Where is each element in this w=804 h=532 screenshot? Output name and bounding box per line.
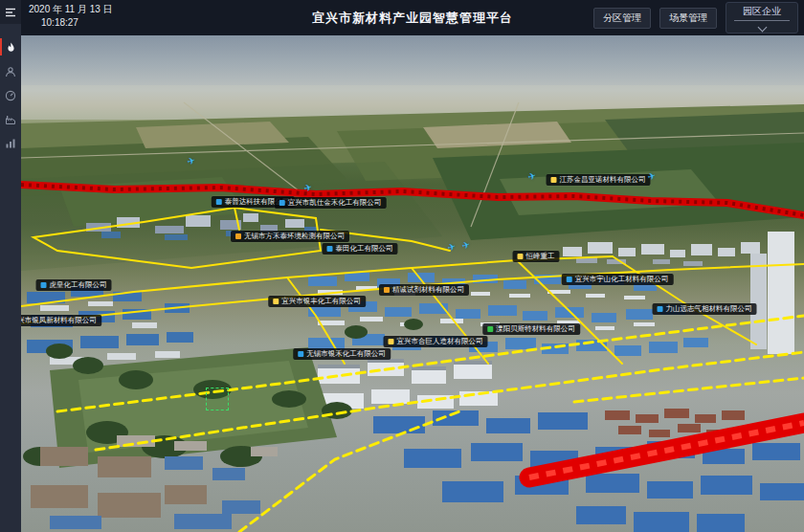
plane-marker-icon[interactable]: ✈ bbox=[186, 154, 196, 166]
company-name: 泰田化工有限公司 bbox=[336, 245, 393, 253]
company-name: 精诚试剂材料有限公司 bbox=[392, 286, 464, 294]
sidebar-item-stats[interactable] bbox=[0, 131, 21, 155]
map-viewport[interactable]: 泰普达科技有限公司宜兴市凯仕金禾化工有限公司无锡市方禾泰环境检测有限公司泰田化工… bbox=[21, 35, 804, 532]
park-enterprise-label: 园区企业 bbox=[734, 5, 790, 21]
zone-management-button[interactable]: 分区管理 bbox=[593, 8, 651, 29]
user-icon bbox=[5, 66, 16, 78]
company-name: 虎皇化工有限公司 bbox=[50, 281, 107, 289]
map-label[interactable]: 溧阳贝斯特材料有限公司 bbox=[482, 323, 580, 335]
menu-icon bbox=[5, 8, 16, 17]
sidebar-item-fire[interactable] bbox=[0, 35, 21, 59]
map-label[interactable]: 恒峰重工 bbox=[513, 251, 560, 262]
sidebar-item-factory[interactable] bbox=[0, 107, 21, 131]
map-label[interactable]: 力山远志气相材料有限公司 bbox=[653, 303, 757, 315]
company-name: 恒峰重工 bbox=[526, 253, 555, 260]
sidebar-item-user[interactable] bbox=[0, 59, 21, 83]
company-marker-icon bbox=[279, 200, 285, 206]
map-label[interactable]: 虎皇化工有限公司 bbox=[36, 279, 112, 291]
company-marker-icon bbox=[235, 233, 241, 239]
flame-icon bbox=[6, 42, 16, 54]
gauge-icon bbox=[5, 90, 16, 101]
company-name: 宜兴市银丰化工有限公司 bbox=[281, 298, 361, 305]
plane-marker-icon[interactable]: ✈ bbox=[526, 169, 537, 182]
menu-toggle[interactable] bbox=[0, 0, 21, 24]
company-marker-icon bbox=[551, 177, 557, 183]
top-bar: 2020 年 11 月 13 日 10:18:27 宜兴市新材料产业园智慧管理平… bbox=[21, 0, 804, 35]
company-marker-icon bbox=[273, 299, 279, 304]
sidebar bbox=[0, 0, 21, 532]
selection-box bbox=[206, 388, 229, 410]
map-label[interactable]: 无锡市银禾化工有限公司 bbox=[293, 348, 391, 360]
company-marker-icon bbox=[487, 326, 493, 332]
sidebar-item-gauge[interactable] bbox=[0, 83, 21, 107]
map-label[interactable]: 江苏金昌亚诺材料有限公司 bbox=[547, 174, 651, 186]
company-marker-icon bbox=[658, 306, 663, 312]
header-buttons: 分区管理 场景管理 园区企业 bbox=[593, 0, 798, 35]
company-name: 宜兴市合巨人造材有限公司 bbox=[397, 338, 483, 345]
plane-marker-icon[interactable]: ✈ bbox=[302, 181, 313, 193]
company-marker-icon bbox=[327, 246, 333, 252]
map-label[interactable]: 精诚试剂材料有限公司 bbox=[379, 284, 469, 296]
company-name: 宜兴市凯仕金禾化工有限公司 bbox=[288, 199, 382, 207]
app-window: 2020 年 11 月 13 日 10:18:27 宜兴市新材料产业园智慧管理平… bbox=[0, 0, 804, 532]
company-marker-icon bbox=[389, 339, 394, 344]
company-name: 力山远志气相材料有限公司 bbox=[666, 305, 752, 313]
company-marker-icon bbox=[518, 254, 524, 259]
company-marker-icon bbox=[298, 351, 303, 357]
plane-marker-icon[interactable]: ✈ bbox=[460, 238, 471, 251]
map-label[interactable]: 宜兴市银丰化工有限公司 bbox=[268, 296, 366, 307]
company-name: 宜兴市宇山化工材料有限公司 bbox=[575, 276, 669, 283]
plane-marker-icon[interactable]: ✈ bbox=[446, 240, 457, 253]
company-name: 兴市银凤新材料有限公司 bbox=[21, 317, 97, 324]
map-label[interactable]: 兴市银凤新材料有限公司 bbox=[21, 315, 101, 326]
map-label[interactable]: 宜兴市宇山化工材料有限公司 bbox=[562, 274, 674, 285]
company-name: 无锡市方禾泰环境检测有限公司 bbox=[244, 233, 345, 240]
chevron-down-icon bbox=[757, 23, 767, 33]
park-enterprise-dropdown[interactable]: 园区企业 bbox=[726, 2, 798, 33]
map-labels-layer: 泰普达科技有限公司宜兴市凯仕金禾化工有限公司无锡市方禾泰环境检测有限公司泰田化工… bbox=[21, 35, 804, 532]
factory-icon bbox=[5, 114, 16, 125]
map-label[interactable]: 泰田化工有限公司 bbox=[323, 243, 398, 255]
map-label[interactable]: 无锡市方禾泰环境检测有限公司 bbox=[231, 231, 349, 242]
company-name: 江苏金昌亚诺材料有限公司 bbox=[560, 176, 646, 184]
company-name: 无锡市银禾化工有限公司 bbox=[306, 350, 386, 358]
company-name: 溧阳贝斯特材料有限公司 bbox=[496, 325, 575, 333]
bar-chart-icon bbox=[5, 138, 16, 149]
company-marker-icon bbox=[216, 199, 222, 205]
company-marker-icon bbox=[384, 287, 390, 293]
company-marker-icon bbox=[567, 277, 572, 282]
map-label[interactable]: 宜兴市合巨人造材有限公司 bbox=[384, 336, 488, 347]
map-label[interactable]: 宜兴市凯仕金禾化工有限公司 bbox=[275, 197, 387, 209]
company-marker-icon bbox=[41, 282, 47, 288]
scene-management-button[interactable]: 场景管理 bbox=[659, 8, 717, 29]
